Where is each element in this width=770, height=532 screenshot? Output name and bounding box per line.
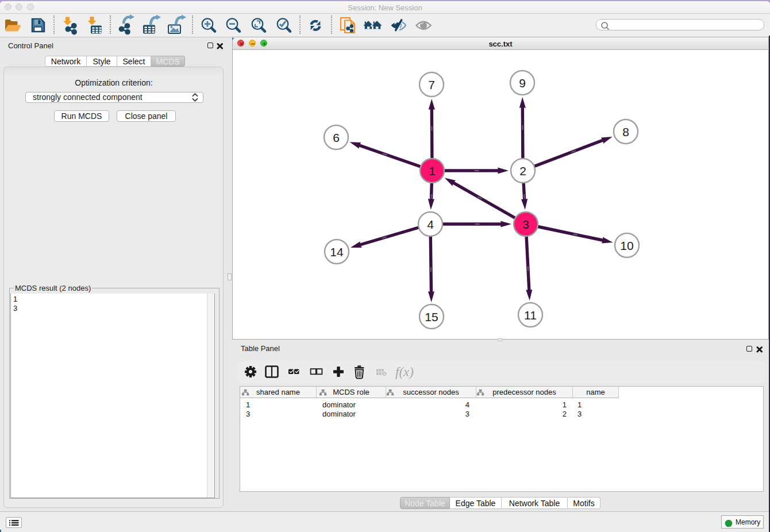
- svg-text:f(x): f(x): [395, 365, 414, 379]
- svg-text:7: 7: [428, 78, 435, 91]
- svg-text:8: 8: [622, 125, 629, 138]
- svg-text:14: 14: [330, 245, 344, 259]
- svg-text:1: 1: [429, 164, 436, 178]
- svg-text:3: 3: [522, 218, 529, 231]
- svg-text:15: 15: [425, 310, 438, 323]
- svg-text:2: 2: [519, 164, 526, 178]
- svg-text:10: 10: [620, 239, 633, 252]
- svg-text:11: 11: [524, 309, 537, 322]
- svg-text:4: 4: [427, 218, 434, 231]
- svg-text:9: 9: [519, 76, 526, 90]
- svg-text:6: 6: [333, 131, 340, 144]
